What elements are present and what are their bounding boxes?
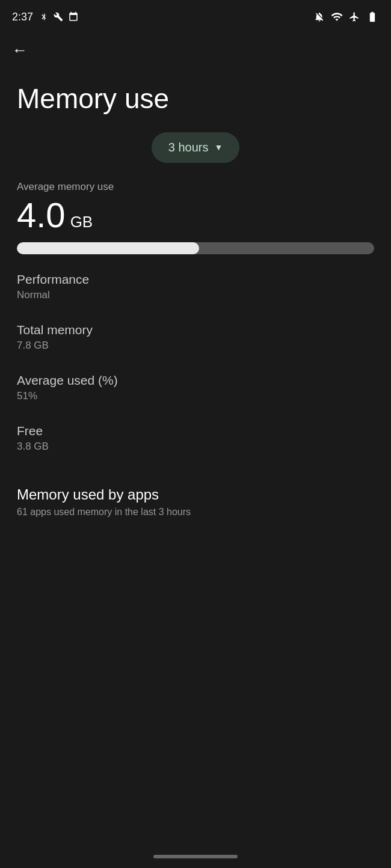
status-time: 2:37 [12, 11, 33, 23]
chevron-down-icon: ▼ [214, 142, 223, 152]
back-button-area[interactable]: ← [0, 31, 391, 66]
memory-number: 4.0 [17, 198, 66, 233]
memory-apps-subtitle: 61 apps used memory in the last 3 hours [17, 507, 374, 518]
memory-unit: GB [70, 213, 93, 231]
performance-value: Normal [17, 289, 374, 301]
memory-apps-title: Memory used by apps [17, 486, 374, 503]
calendar-icon [68, 11, 79, 23]
total-memory-value: 7.8 GB [17, 340, 374, 352]
stats-section: Average memory use 4.0 GB Performance No… [0, 181, 391, 453]
status-bar: 2:37 [0, 0, 391, 31]
time-selector-dropdown[interactable]: 3 hours ▼ [152, 132, 240, 163]
free-memory-value: 3.8 GB [17, 441, 374, 453]
wrench-icon [54, 11, 63, 23]
page-title: Memory use [0, 66, 391, 126]
battery-icon [366, 11, 379, 23]
total-memory-item: Total memory 7.8 GB [17, 323, 374, 352]
time-selector-area: 3 hours ▼ [0, 126, 391, 181]
memory-progress-bar [17, 242, 374, 254]
bluetooth-icon [39, 11, 49, 23]
average-used-item: Average used (%) 51% [17, 373, 374, 402]
performance-item: Performance Normal [17, 272, 374, 301]
status-left: 2:37 [12, 11, 79, 23]
average-used-label: Average used (%) [17, 373, 374, 388]
wifi-icon [331, 11, 343, 23]
total-memory-label: Total memory [17, 323, 374, 337]
bottom-nav-bar [153, 855, 238, 858]
average-used-value: 51% [17, 390, 374, 402]
status-right [314, 11, 379, 23]
back-arrow[interactable]: ← [12, 41, 28, 59]
status-icons-left [39, 11, 79, 23]
progress-bar-fill [17, 242, 199, 254]
time-selector-label: 3 hours [168, 141, 209, 154]
performance-label: Performance [17, 272, 374, 287]
free-memory-item: Free 3.8 GB [17, 424, 374, 453]
free-memory-label: Free [17, 424, 374, 438]
bell-off-icon [314, 11, 325, 23]
memory-value-display: 4.0 GB [17, 198, 374, 233]
memory-apps-section: Memory used by apps 61 apps used memory … [0, 474, 391, 536]
airplane-icon [349, 11, 360, 23]
average-memory-label: Average memory use [17, 181, 374, 193]
